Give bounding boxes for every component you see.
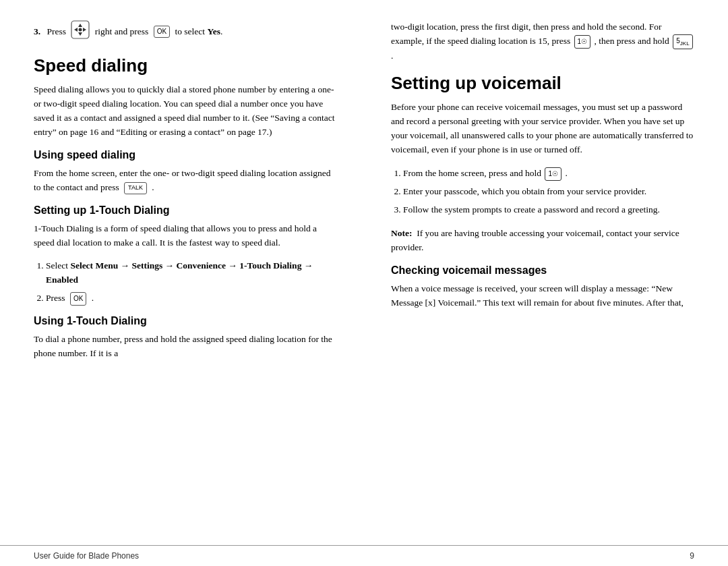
step3-number: 3. bbox=[34, 26, 40, 38]
step3-press-label: Press bbox=[47, 26, 67, 38]
using-speed-body: From the home screen, enter the one- or … bbox=[34, 167, 337, 195]
svg-marker-3 bbox=[74, 28, 78, 32]
note-text: Note: If you are having trouble accessin… bbox=[391, 227, 694, 255]
speed-dialing-title: Speed dialing bbox=[34, 55, 337, 76]
one-vm-icon: 1☉ bbox=[545, 167, 562, 181]
five-key-icon: 5JKL bbox=[673, 34, 692, 49]
vm-step2-text: Enter your passcode, which you obtain fr… bbox=[403, 186, 646, 196]
ok-icon: OK bbox=[154, 26, 170, 38]
touch-step1: Select Select Menu → Settings → Convenie… bbox=[46, 259, 337, 287]
vm-step3: Follow the system prompts to create a pa… bbox=[403, 203, 694, 217]
using-1touch-body: To dial a phone number, press and hold t… bbox=[34, 333, 337, 361]
note-content: If you are having trouble accessing your… bbox=[391, 228, 679, 252]
checking-title: Checking voicemail messages bbox=[391, 264, 694, 277]
voicemail-steps: From the home screen, press and hold 1☉ … bbox=[403, 167, 694, 217]
speed-dialing-body: Speed dialing allows you to quickly dial… bbox=[34, 83, 337, 140]
svg-marker-2 bbox=[78, 32, 82, 36]
svg-marker-4 bbox=[83, 28, 86, 32]
vm-step3-text: Follow the system prompts to create a pa… bbox=[403, 204, 660, 215]
footer-right: 9 bbox=[690, 551, 694, 561]
step3-intro: 3. Press bbox=[34, 20, 337, 43]
vm-step1-text: From the home screen, press and hold bbox=[403, 168, 541, 178]
left-column: 3. Press bbox=[34, 20, 351, 532]
checking-body: When a voice message is received, your s… bbox=[391, 282, 694, 310]
right-intro2: , then press and hold bbox=[595, 36, 669, 46]
step3-right-label: right and press bbox=[95, 26, 148, 38]
page: 3. Press bbox=[0, 0, 728, 566]
step3-yes: Yes bbox=[207, 26, 220, 38]
note-label: Note: bbox=[391, 228, 412, 238]
content-area: 3. Press bbox=[0, 0, 728, 545]
nav-icon bbox=[71, 20, 90, 43]
menu-path: Select Menu → Settings → Convenience → 1… bbox=[46, 260, 313, 285]
svg-point-5 bbox=[79, 28, 82, 32]
vm-step2: Enter your passcode, which you obtain fr… bbox=[403, 185, 694, 199]
setting-1touch-title: Setting up 1-Touch Dialing bbox=[34, 204, 337, 217]
step2-press: Press bbox=[46, 293, 65, 303]
setting-1touch-body: 1-Touch Dialing is a form of speed diali… bbox=[34, 222, 337, 250]
footer: User Guide for Blade Phones 9 bbox=[0, 545, 728, 566]
right-column: two-digit location, press the first digi… bbox=[377, 20, 694, 532]
footer-left: User Guide for Blade Phones bbox=[34, 551, 139, 561]
touch-step2: Press OK . bbox=[46, 291, 337, 306]
using-1touch-title: Using 1-Touch Dialing bbox=[34, 315, 337, 327]
step3-toselect: to select bbox=[175, 26, 205, 38]
touch-dialing-steps: Select Select Menu → Settings → Convenie… bbox=[46, 259, 337, 306]
voicemail-body: Before your phone can receive voicemail … bbox=[391, 101, 694, 157]
one-key-icon: 1☉ bbox=[574, 35, 591, 49]
vm-step1: From the home screen, press and hold 1☉ … bbox=[403, 167, 694, 181]
right-intro-text: two-digit location, press the first digi… bbox=[391, 20, 694, 63]
using-speed-title: Using speed dialing bbox=[34, 149, 337, 161]
voicemail-title: Setting up voicemail bbox=[391, 73, 694, 94]
ok-icon-2: OK bbox=[70, 292, 86, 306]
svg-marker-1 bbox=[78, 24, 82, 27]
talk-icon: TALK bbox=[124, 182, 147, 194]
using-speed-text: From the home screen, enter the one- or … bbox=[34, 168, 331, 192]
